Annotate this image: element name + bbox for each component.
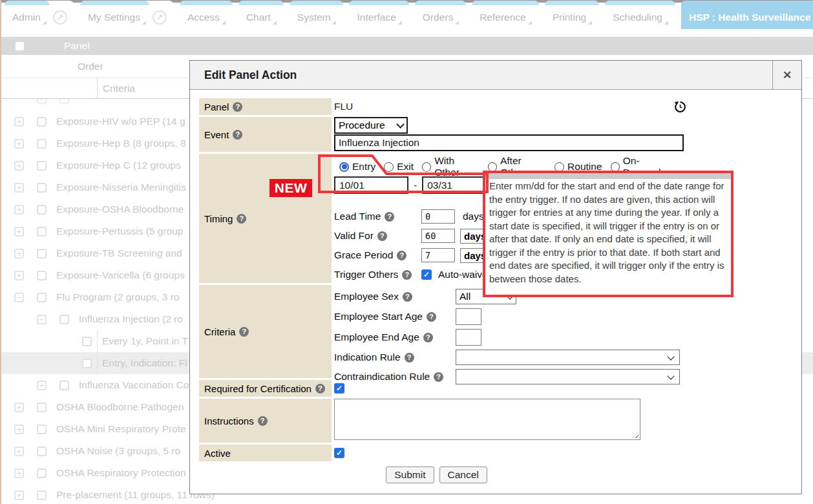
event-type-select[interactable]: Procedure [334, 117, 408, 134]
tree-row-label: OSHA Bloodborne Pathogen [56, 401, 184, 413]
required-for-certification-checkbox[interactable]: ✓ [334, 383, 344, 394]
help-icon[interactable]: ? [239, 327, 249, 337]
valid-for-input[interactable]: 60 [421, 229, 455, 243]
row-checkbox[interactable] [59, 381, 69, 390]
expand-toggle-icon[interactable]: + [14, 183, 24, 193]
nav-tab[interactable]: Printing ↗ [545, 1, 600, 29]
employee-end-age-input[interactable] [456, 329, 481, 346]
timing-radio[interactable]: Entry [339, 161, 375, 173]
nav-tab[interactable]: Reference ↗ [472, 1, 539, 29]
dialog-buttons: Submit Cancel [199, 467, 674, 483]
expand-toggle-icon[interactable]: + [14, 249, 24, 258]
help-icon[interactable]: ? [402, 270, 412, 280]
row-checkbox[interactable] [37, 139, 47, 149]
tab-top-accent [681, 1, 813, 5]
grace-period-input[interactable]: 7 [421, 248, 455, 262]
row-checkbox[interactable] [37, 293, 47, 302]
tab-label: Interface [357, 12, 396, 23]
nav-tab[interactable]: Admin ↗ [5, 1, 74, 29]
row-checkbox[interactable] [37, 249, 47, 258]
row-checkbox[interactable] [37, 183, 47, 193]
help-icon[interactable]: ? [237, 214, 246, 224]
expand-toggle-icon[interactable]: + [14, 227, 24, 236]
nav-tab[interactable]: Scheduling ↗ [605, 1, 675, 29]
date-range-help-tooltip: Enter mm/dd for the start and end of the… [483, 171, 734, 297]
history-undo-icon[interactable] [673, 100, 687, 114]
help-icon[interactable]: ? [427, 312, 436, 322]
expand-toggle-icon[interactable]: − [37, 315, 47, 324]
expand-toggle-icon[interactable]: + [14, 271, 24, 280]
expand-toggle-icon[interactable]: + [14, 425, 24, 434]
row-checkbox[interactable] [37, 117, 47, 127]
nav-tab[interactable]: My Settings ↗ [80, 1, 174, 29]
row-checkbox[interactable] [37, 403, 47, 412]
row-checkbox[interactable] [37, 425, 47, 434]
tree-row-label: Flu Program (2 groups, 3 ro [56, 291, 179, 303]
row-checkbox[interactable] [82, 359, 92, 368]
employee-start-age-input[interactable] [456, 308, 481, 325]
expand-toggle-icon[interactable]: − [14, 293, 24, 302]
row-checkbox[interactable] [82, 337, 92, 346]
tab-top-accent [290, 1, 344, 5]
close-button[interactable]: ✕ [772, 61, 801, 89]
tooltip-scrollbar[interactable] [485, 173, 731, 179]
help-icon[interactable]: ? [405, 353, 414, 362]
tree-row-label: Exposure-TB Screening and [56, 247, 182, 259]
event-name-input[interactable]: Influenza Injection [334, 134, 684, 151]
nav-tab[interactable]: Orders ↗ [415, 1, 466, 29]
nav-tab[interactable]: Chart ↗ [238, 1, 284, 29]
row-checkbox[interactable] [37, 161, 47, 171]
select-all-checkbox[interactable] [16, 42, 24, 50]
row-checkbox[interactable] [37, 446, 47, 456]
row-checkbox[interactable] [37, 205, 47, 215]
order-column-header: Order [78, 61, 103, 72]
expand-toggle-icon[interactable]: + [14, 161, 24, 171]
help-icon[interactable]: ? [258, 416, 268, 426]
auto-waive-label: Auto-waive [438, 269, 488, 280]
expand-toggle-icon[interactable]: + [14, 403, 24, 412]
cancel-button[interactable]: Cancel [439, 467, 487, 483]
auto-waive-checkbox[interactable]: ✓ [421, 269, 432, 280]
help-icon[interactable]: ? [377, 231, 387, 241]
row-checkbox[interactable] [59, 315, 69, 324]
expand-toggle-icon[interactable]: + [14, 117, 24, 127]
help-icon[interactable]: ? [423, 333, 433, 342]
nav-tab[interactable]: Interface ↗ [349, 1, 408, 29]
expand-toggle-icon[interactable]: + [37, 381, 47, 390]
nav-tab[interactable]: System ↗ [290, 1, 344, 29]
expand-toggle-icon[interactable]: + [14, 468, 24, 478]
expand-toggle-icon[interactable]: + [14, 139, 24, 149]
tab-label: Scheduling [613, 12, 662, 23]
start-date-input[interactable]: 10/01 [334, 176, 408, 194]
help-icon[interactable]: ? [233, 102, 242, 112]
instructions-textarea[interactable] [334, 399, 640, 440]
row-checkbox[interactable] [37, 227, 47, 236]
submit-button[interactable]: Submit [386, 467, 434, 483]
active-checkbox[interactable]: ✓ [334, 448, 344, 458]
tab-label: My Settings [88, 12, 140, 23]
timing-radio[interactable]: Exit [384, 161, 414, 173]
tab-label: Chart [246, 12, 271, 23]
help-icon[interactable]: ? [233, 130, 242, 140]
nav-tab[interactable]: HSP : Health Surveillance ↗ [681, 1, 813, 29]
indication-rule-select[interactable] [456, 350, 680, 365]
row-checkbox[interactable] [37, 271, 47, 280]
help-icon[interactable]: ? [397, 251, 406, 260]
expand-toggle-icon[interactable]: + [14, 205, 24, 215]
dialog-title: Edit Panel Action [190, 61, 772, 89]
indication-rule-label: Indication Rule [334, 352, 401, 363]
row-checkbox[interactable] [37, 468, 47, 478]
tab-dropdown-caret-icon [664, 21, 668, 25]
row-checkbox[interactable] [37, 490, 47, 500]
nav-tab[interactable]: Access ↗ [180, 1, 233, 29]
help-icon[interactable]: ? [403, 292, 412, 302]
help-icon[interactable]: ? [385, 212, 394, 222]
timing-radio[interactable]: With Other [422, 155, 480, 178]
expand-toggle-icon[interactable]: + [14, 446, 24, 456]
help-icon[interactable]: ? [315, 384, 325, 394]
lead-time-input[interactable]: 0 [421, 209, 455, 224]
open-new-window-icon[interactable]: ↗ [153, 10, 167, 25]
open-new-window-icon[interactable]: ↗ [53, 10, 67, 25]
expand-toggle-icon[interactable]: + [14, 490, 24, 500]
required-for-certification-label: Required for Certification [204, 383, 311, 394]
